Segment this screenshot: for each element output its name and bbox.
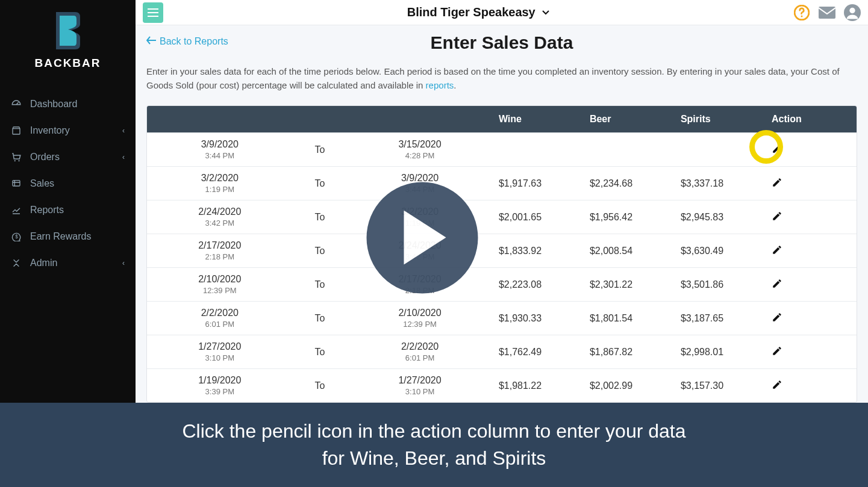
sales-table: Wine Beer Spirits Action 3/9/20203:44 PM…	[147, 106, 857, 402]
nav-icon	[11, 258, 22, 268]
pencil-icon[interactable]	[772, 346, 782, 356]
sidebar-item-label: Earn Rewards	[30, 231, 91, 242]
pencil-icon[interactable]	[772, 211, 782, 222]
sidebar-item-admin[interactable]: Admin‹	[0, 250, 136, 276]
wine-value	[493, 133, 584, 167]
nav-icon	[11, 99, 22, 110]
svg-text:$: $	[15, 234, 18, 240]
topbar: Blind Tiger Speakeasy	[136, 0, 868, 25]
beer-value: $1,956.42	[584, 200, 675, 234]
period-start: 1/27/20203:10 PM	[147, 335, 293, 369]
col-action: Action	[766, 106, 857, 133]
sidebar-item-sales[interactable]: Sales	[0, 170, 136, 197]
reports-link[interactable]: reports	[426, 80, 454, 90]
col-spirits: Spirits	[675, 106, 766, 133]
wine-value: $1,930.33	[493, 302, 584, 335]
back-to-reports-link[interactable]: Back to Reports	[146, 36, 228, 47]
period-start: 3/9/20203:44 PM	[147, 133, 293, 167]
wine-value: $1,762.49	[493, 335, 584, 369]
to-label: To	[293, 167, 348, 200]
nav-icon	[11, 178, 22, 189]
venue-name: Blind Tiger Speakeasy	[407, 5, 535, 19]
wine-value: $1,981.22	[493, 369, 584, 403]
chevron-left-icon: ‹	[122, 126, 125, 135]
brand-name: BACKBAR	[0, 57, 136, 70]
nav-icon: $	[11, 231, 22, 242]
pencil-icon[interactable]	[772, 312, 782, 323]
nav-icon	[11, 152, 22, 163]
sidebar-item-dashboard[interactable]: Dashboard	[0, 91, 136, 117]
spirits-value: $2,998.01	[675, 335, 766, 369]
spirits-value: $3,630.49	[675, 234, 766, 268]
pencil-icon[interactable]	[772, 278, 782, 289]
caption-line1: Click the pencil icon in the action colu…	[182, 418, 685, 445]
nav-icon	[11, 205, 22, 216]
beer-value	[584, 133, 675, 167]
brand-logo-area: BACKBAR	[0, 0, 136, 85]
period-start: 1/19/20203:39 PM	[147, 369, 293, 403]
arrow-left-icon	[146, 36, 156, 47]
sidebar-nav: DashboardInventory‹Orders‹SalesReports$E…	[0, 85, 136, 276]
pencil-icon[interactable]	[772, 244, 782, 255]
period-end: 1/27/20203:10 PM	[347, 369, 493, 403]
caption-bar: Click the pencil icon in the action colu…	[0, 403, 868, 487]
table-row: 3/9/20203:44 PMTo3/15/20204:28 PM	[147, 133, 857, 167]
to-label: To	[293, 200, 348, 234]
period-start: 2/24/20203:42 PM	[147, 200, 293, 234]
beer-value: $2,301.22	[584, 268, 675, 302]
sidebar-item-reports[interactable]: Reports	[0, 197, 136, 223]
help-icon[interactable]	[793, 4, 810, 21]
pencil-icon[interactable]	[772, 379, 782, 390]
to-label: To	[293, 369, 348, 403]
svg-point-0	[14, 160, 16, 161]
svg-point-1	[18, 160, 19, 161]
sales-table-wrap: Wine Beer Spirits Action 3/9/20203:44 PM…	[146, 105, 857, 403]
spirits-value: $3,337.18	[675, 167, 766, 200]
caption-line2: for Wine, Beer, and Spirits	[322, 445, 546, 472]
spirits-value: $3,187.65	[675, 302, 766, 335]
mail-icon[interactable]	[819, 4, 835, 21]
svg-rect-6	[148, 16, 158, 17]
pencil-icon[interactable]	[772, 143, 782, 154]
svg-point-11	[849, 7, 855, 13]
table-row: 2/17/20202:18 PMTo2/24/20203:42 PM$1,833…	[147, 234, 857, 268]
sidebar-item-inventory[interactable]: Inventory‹	[0, 117, 136, 144]
user-icon[interactable]	[844, 4, 861, 21]
hamburger-button[interactable]	[143, 2, 163, 23]
to-label: To	[293, 234, 348, 268]
intro-text: Enter in your sales data for each of the…	[146, 65, 857, 92]
table-row: 3/2/20201:19 PMTo3/9/20203:44 PM$1,917.6…	[147, 167, 857, 200]
nav-icon	[11, 125, 22, 136]
beer-value: $2,002.99	[584, 369, 675, 403]
table-row: 2/24/20203:42 PMTo3/2/20201:19 PM$2,001.…	[147, 200, 857, 234]
sidebar-item-orders[interactable]: Orders‹	[0, 144, 136, 170]
sidebar-item-label: Sales	[30, 178, 54, 189]
beer-value: $2,234.68	[584, 167, 675, 200]
sidebar-item-label: Reports	[30, 205, 64, 216]
pencil-icon[interactable]	[772, 177, 782, 188]
svg-rect-4	[148, 8, 158, 10]
beer-value: $1,801.54	[584, 302, 675, 335]
spirits-value: $2,945.83	[675, 200, 766, 234]
table-row: 1/27/20203:10 PMTo2/2/20206:01 PM$1,762.…	[147, 335, 857, 369]
sidebar-item-earn-rewards[interactable]: $Earn Rewards	[0, 223, 136, 250]
spirits-value: $3,501.86	[675, 268, 766, 302]
play-button[interactable]	[366, 182, 478, 293]
brand-logo-icon	[51, 12, 85, 49]
svg-rect-2	[13, 181, 20, 186]
sidebar-item-label: Admin	[30, 258, 57, 268]
to-label: To	[293, 302, 348, 335]
svg-rect-5	[148, 12, 158, 13]
period-start: 2/2/20206:01 PM	[147, 302, 293, 335]
period-start: 2/17/20202:18 PM	[147, 234, 293, 268]
back-link-label: Back to Reports	[160, 36, 228, 47]
col-beer: Beer	[584, 106, 675, 133]
venue-selector[interactable]: Blind Tiger Speakeasy	[163, 5, 793, 19]
chevron-left-icon: ‹	[122, 259, 125, 267]
caret-down-icon	[542, 4, 549, 18]
beer-value: $1,867.82	[584, 335, 675, 369]
beer-value: $2,008.54	[584, 234, 675, 268]
wine-value: $1,917.63	[493, 167, 584, 200]
spirits-value: $3,157.30	[675, 369, 766, 403]
sidebar-item-label: Orders	[30, 152, 60, 163]
